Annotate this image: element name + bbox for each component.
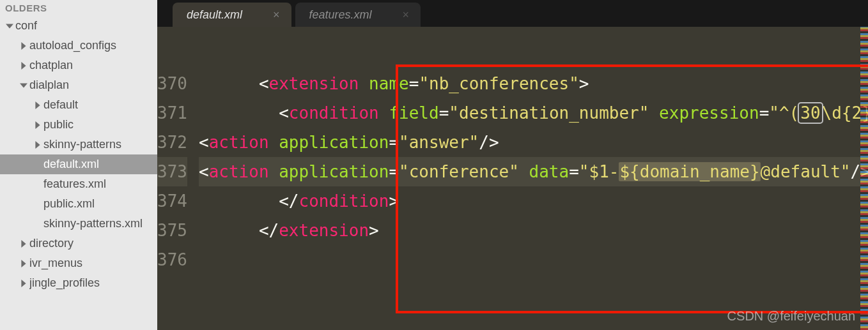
chevron-right-icon[interactable] bbox=[32, 119, 43, 131]
code-line[interactable]: <action application="answer"/> bbox=[199, 128, 868, 157]
tab-label: default.xml bbox=[187, 8, 242, 22]
spacer-icon bbox=[32, 218, 43, 230]
tree-item-label: public bbox=[43, 118, 74, 131]
tree-item[interactable]: default.xml bbox=[0, 154, 157, 174]
tree-item[interactable]: jingle_profiles bbox=[0, 273, 157, 293]
spacer-icon bbox=[32, 199, 43, 210]
editor-area: default.xml×features.xml× 37037137237337… bbox=[157, 0, 868, 330]
tree-item[interactable]: public bbox=[0, 115, 157, 135]
close-icon[interactable]: × bbox=[273, 8, 280, 22]
editor-body: 370371372373374375376 <extension name="n… bbox=[157, 27, 868, 330]
close-icon[interactable]: × bbox=[403, 8, 410, 22]
chevron-right-icon[interactable] bbox=[18, 258, 29, 269]
line-number-gutter: 370371372373374375376 bbox=[157, 27, 199, 330]
tree-item[interactable]: chatplan bbox=[0, 56, 157, 75]
tree-item[interactable]: autoload_configs bbox=[0, 36, 157, 56]
tree-item[interactable]: ivr_menus bbox=[0, 253, 157, 273]
tree-item[interactable]: conf bbox=[0, 16, 157, 36]
folder-tree: confautoload_configschatplandialplandefa… bbox=[0, 16, 157, 293]
line-number: 372 bbox=[157, 128, 187, 157]
watermark-text: CSDN @feifeiyechuan bbox=[727, 309, 855, 324]
chevron-right-icon[interactable] bbox=[32, 139, 43, 151]
editor-tab[interactable]: default.xml× bbox=[173, 3, 291, 27]
code-line[interactable]: <action application="conference" data="$… bbox=[199, 157, 868, 186]
code-line[interactable]: <extension name="nb_conferences"> bbox=[199, 69, 868, 98]
chevron-right-icon[interactable] bbox=[18, 238, 29, 250]
line-number: 370 bbox=[157, 69, 187, 98]
code-line[interactable]: </condition> bbox=[199, 186, 868, 216]
tree-item[interactable]: skinny-patterns.xml bbox=[0, 214, 157, 234]
tree-item-label: public.xml bbox=[43, 197, 95, 211]
tree-item[interactable]: default bbox=[0, 95, 157, 115]
tree-item[interactable]: skinny-patterns bbox=[0, 135, 157, 154]
code-line[interactable]: </extension> bbox=[199, 216, 868, 245]
app-root: OLDERS confautoload_configschatplandialp… bbox=[0, 0, 868, 330]
tab-bar: default.xml×features.xml× bbox=[157, 0, 868, 27]
tree-item-label: default.xml bbox=[43, 158, 99, 171]
line-number: 374 bbox=[157, 186, 187, 216]
sidebar-header: OLDERS bbox=[0, 0, 157, 16]
tree-item-label: jingle_profiles bbox=[29, 276, 100, 290]
line-number: 375 bbox=[157, 216, 187, 245]
spacer-icon bbox=[32, 159, 43, 170]
minimap-strip bbox=[860, 27, 868, 330]
tree-item[interactable]: dialplan bbox=[0, 75, 157, 95]
chevron-right-icon[interactable] bbox=[18, 278, 29, 289]
chevron-right-icon[interactable] bbox=[32, 100, 43, 111]
tree-item-label: features.xml bbox=[43, 177, 106, 191]
line-number: 371 bbox=[157, 98, 187, 128]
sidebar: OLDERS confautoload_configschatplandialp… bbox=[0, 0, 157, 330]
chevron-down-icon[interactable] bbox=[4, 20, 15, 32]
tree-item[interactable]: features.xml bbox=[0, 174, 157, 194]
editor-tab[interactable]: features.xml× bbox=[295, 3, 421, 27]
code-line[interactable]: <condition field="destination_number" ex… bbox=[199, 98, 868, 128]
tree-item-label: skinny-patterns.xml bbox=[43, 217, 143, 230]
tree-item-label: ivr_menus bbox=[29, 257, 82, 270]
chevron-right-icon[interactable] bbox=[18, 60, 29, 71]
tree-item[interactable]: directory bbox=[0, 234, 157, 253]
tree-item-label: conf bbox=[15, 19, 37, 33]
line-number: 376 bbox=[157, 245, 187, 274]
tree-item-label: chatplan bbox=[29, 59, 73, 72]
tree-item-label: default bbox=[43, 98, 78, 112]
chevron-down-icon[interactable] bbox=[18, 80, 29, 91]
spacer-icon bbox=[32, 179, 43, 190]
tab-label: features.xml bbox=[309, 8, 372, 22]
chevron-right-icon[interactable] bbox=[18, 40, 29, 52]
tree-item-label: dialplan bbox=[29, 79, 69, 92]
tree-item-label: directory bbox=[29, 237, 74, 250]
code-line[interactable] bbox=[199, 245, 868, 274]
code-area[interactable]: <extension name="nb_conferences"> <condi… bbox=[199, 27, 868, 330]
tree-item[interactable]: public.xml bbox=[0, 194, 157, 214]
line-number: 373 bbox=[157, 157, 187, 186]
tree-item-label: skinny-patterns bbox=[43, 138, 121, 151]
tree-item-label: autoload_configs bbox=[29, 39, 116, 52]
